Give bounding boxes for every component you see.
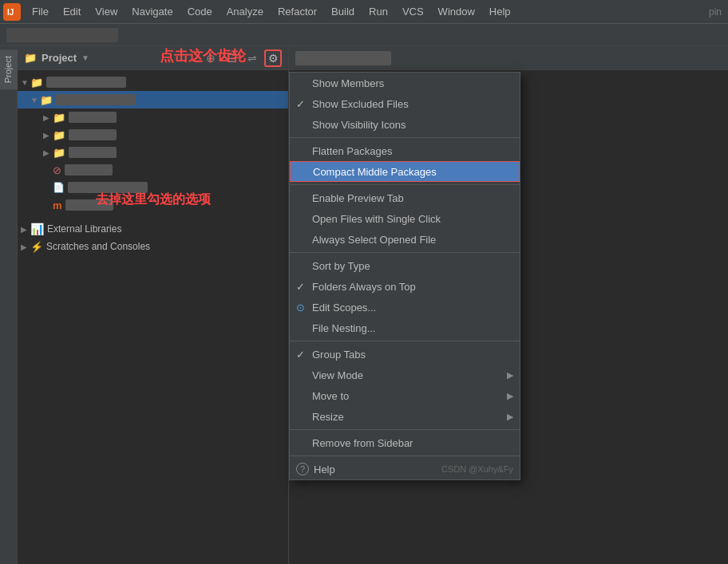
- tree-label: Scratches and Consoles: [46, 241, 150, 252]
- svg-text:IJ: IJ: [7, 8, 14, 17]
- toolbar-gear-btn[interactable]: ⚙: [264, 49, 282, 67]
- titlebar-blurred: [6, 28, 118, 42]
- menubar: IJ File Edit View Navigate Code Analyze …: [0, 0, 728, 24]
- menu-item-single-click[interactable]: Open Files with Single Click: [290, 208, 520, 229]
- menu-label: Flatten Packages: [312, 145, 392, 157]
- csdn-label: CSDN @Xuhy&Fy: [441, 464, 513, 474]
- tree-m-icon: m: [53, 199, 62, 211]
- pin-label: pin: [709, 6, 722, 18]
- menu-label: Compact Middle Packages: [313, 166, 437, 178]
- menu-item-help[interactable]: ? Help CSDN @Xuhy&Fy: [290, 459, 520, 479]
- tree-item[interactable]: ▶ 📁: [18, 126, 288, 144]
- menubar-items: File Edit View Navigate Code Analyze Ref…: [26, 3, 517, 20]
- app-logo: IJ: [3, 3, 21, 21]
- menu-run[interactable]: Run: [362, 3, 394, 20]
- menu-label: File Nesting...: [312, 322, 375, 334]
- tree-item[interactable]: ▶ 📁: [18, 144, 288, 161]
- tree-special-icon: ⊘: [53, 164, 61, 176]
- menu-label: Move to: [312, 390, 349, 402]
- menu-item-show-visibility[interactable]: Show Visibility Icons: [290, 114, 520, 135]
- menu-vcs[interactable]: VCS: [396, 3, 430, 20]
- menu-label: Show Visibility Icons: [312, 119, 406, 131]
- menu-window[interactable]: Window: [432, 3, 481, 20]
- project-chevron[interactable]: ▼: [81, 53, 89, 62]
- toolbar-scroll-btn[interactable]: ⇌: [243, 49, 261, 67]
- menu-refactor[interactable]: Refactor: [271, 3, 323, 20]
- tree-label: [56, 94, 136, 105]
- tree-folder-icon: 📁: [53, 129, 65, 141]
- tree-chevron-icon: ▶: [43, 148, 53, 157]
- menu-item-sort-type[interactable]: Sort by Type: [290, 255, 520, 276]
- check-icon: ✓: [296, 281, 305, 293]
- project-title-label: Project: [42, 52, 77, 64]
- check-icon: ✓: [296, 349, 305, 361]
- titlebar: [0, 24, 728, 46]
- menu-item-compact-middle[interactable]: Compact Middle Packages: [290, 161, 520, 182]
- arrow-icon: ▶: [507, 391, 513, 401]
- menu-item-view-mode[interactable]: View Mode ▶: [290, 365, 520, 385]
- tree-item-external-libs[interactable]: ▶ 📊 External Libraries: [18, 220, 288, 238]
- tree-item[interactable]: ⊘: [18, 161, 288, 179]
- menu-file[interactable]: File: [26, 3, 55, 20]
- arrow-icon: ▶: [507, 370, 513, 381]
- menu-item-always-select[interactable]: Always Select Opened File: [290, 229, 520, 250]
- menu-divider: [290, 456, 520, 456]
- menu-divider: [290, 429, 520, 430]
- tree-label: External Libraries: [47, 223, 121, 235]
- menu-label: Show Members: [312, 77, 384, 89]
- sidebar-tab-project[interactable]: Project: [0, 49, 18, 89]
- tree-folder-icon: 📁: [40, 94, 53, 106]
- tree-label: [69, 147, 117, 158]
- tree-label: [65, 164, 113, 176]
- check-icon: ✓: [296, 98, 305, 110]
- menu-item-folders-top[interactable]: ✓ Folders Always on Top: [290, 276, 520, 297]
- menu-item-move-to[interactable]: Move to ▶: [290, 385, 520, 406]
- menu-item-file-nesting[interactable]: File Nesting...: [290, 317, 520, 338]
- menu-label: Edit Scopes...: [312, 302, 376, 314]
- editor-tabbar: [289, 46, 728, 70]
- tree-folder-icon: 📁: [53, 112, 65, 124]
- project-tree: ▼ 📁 ▼ 📁 ▶ 📁 ▶: [18, 70, 288, 564]
- right-panel: Show Members ✓ Show Excluded Files Show …: [289, 46, 728, 564]
- menu-navigate[interactable]: Navigate: [125, 3, 179, 20]
- tree-item[interactable]: ▼ 📁: [18, 73, 288, 91]
- menu-label: Always Select Opened File: [312, 234, 436, 246]
- menu-label: Open Files with Single Click: [312, 213, 441, 225]
- menu-help[interactable]: Help: [483, 3, 517, 20]
- menu-item-flatten[interactable]: Flatten Packages: [290, 140, 520, 161]
- menu-label: Enable Preview Tab: [312, 192, 404, 204]
- radio-icon: ⊙: [296, 302, 305, 314]
- menu-divider: [290, 184, 520, 185]
- menu-item-remove-sidebar[interactable]: Remove from Sidebar: [290, 432, 520, 453]
- menu-label: View Mode: [312, 369, 363, 381]
- menu-item-preview-tab[interactable]: Enable Preview Tab: [290, 187, 520, 208]
- tree-folder-icon: 📁: [53, 147, 65, 159]
- menu-divider: [290, 252, 520, 253]
- menu-item-group-tabs[interactable]: ✓ Group Tabs: [290, 344, 520, 365]
- tree-folder-icon: 📁: [30, 77, 43, 89]
- tree-scratches-icon: ⚡: [30, 241, 43, 253]
- annotation-gear: 点击这个齿轮: [160, 46, 246, 65]
- menu-item-edit-scopes[interactable]: ⊙ Edit Scopes...: [290, 297, 520, 317]
- tree-item[interactable]: ▶ 📁: [18, 108, 288, 126]
- menu-label: Group Tabs: [312, 349, 366, 361]
- menu-analyze[interactable]: Analyze: [220, 3, 270, 20]
- tree-item[interactable]: ▼ 📁: [18, 91, 288, 108]
- project-toolbar: 📁 Project ▼ ⊕ ☰ ⇌ ⚙: [18, 46, 288, 70]
- tree-chevron-icon: ▶: [21, 225, 30, 234]
- menu-edit[interactable]: Edit: [57, 3, 87, 20]
- annotation-option: 去掉这里勾选的选项: [96, 191, 271, 208]
- tree-label: [69, 112, 117, 123]
- menu-code[interactable]: Code: [181, 3, 219, 20]
- context-menu: Show Members ✓ Show Excluded Files Show …: [289, 72, 520, 480]
- menu-view[interactable]: View: [89, 3, 124, 20]
- menu-label: Help: [314, 463, 335, 475]
- menu-item-show-members[interactable]: Show Members: [290, 73, 520, 93]
- menu-item-resize[interactable]: Resize ▶: [290, 406, 520, 427]
- project-panel: 📁 Project ▼ ⊕ ☰ ⇌ ⚙ ▼ 📁 ▼ 📁: [18, 46, 289, 564]
- menu-item-show-excluded[interactable]: ✓ Show Excluded Files: [290, 93, 520, 114]
- tree-file-icon: 📄: [53, 182, 65, 193]
- menu-build[interactable]: Build: [325, 3, 361, 20]
- tree-chevron-icon: ▼: [30, 96, 40, 105]
- tree-item-scratches[interactable]: ▶ ⚡ Scratches and Consoles: [18, 238, 288, 255]
